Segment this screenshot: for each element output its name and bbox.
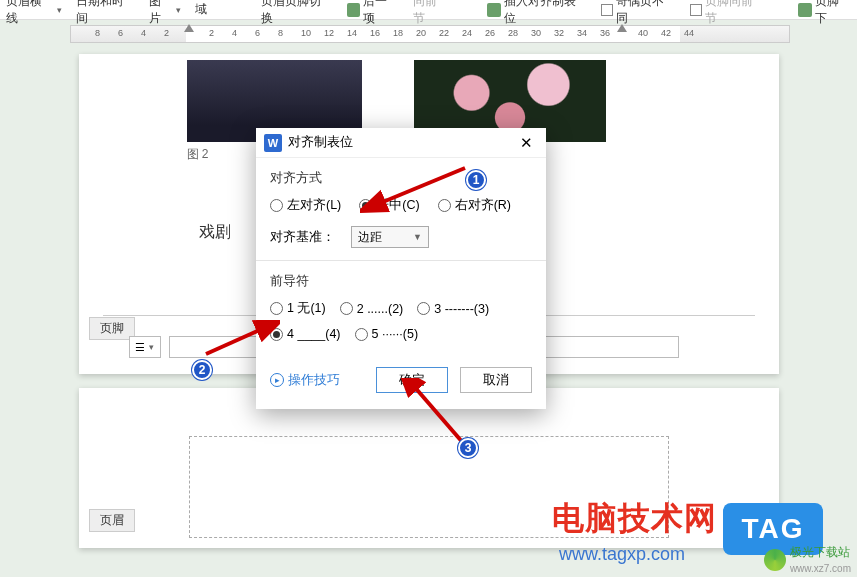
dropdown-value: 边距 bbox=[358, 229, 382, 246]
ruler-tick: 10 bbox=[301, 28, 311, 38]
footer-bottom-button[interactable]: 页脚下 bbox=[798, 0, 851, 27]
align-tab-dialog: W 对齐制表位 ✕ 对齐方式 左对齐(L) 居中(C) 右对齐(R) 对齐基准：… bbox=[256, 128, 546, 409]
chevron-down-icon: ▾ bbox=[176, 5, 181, 15]
label: 页脚同前节 bbox=[705, 0, 765, 27]
label: 奇偶页不同 bbox=[616, 0, 676, 27]
base-dropdown[interactable]: 边距▼ bbox=[351, 226, 429, 248]
picture-dropdown[interactable]: 图片▾ bbox=[149, 0, 181, 27]
ruler-tick: 30 bbox=[531, 28, 541, 38]
close-icon: ✕ bbox=[520, 134, 533, 152]
label: 页脚下 bbox=[815, 0, 851, 27]
radio-icon bbox=[438, 199, 451, 212]
radio-label: 右对齐(R) bbox=[455, 197, 511, 214]
ruler-tick: 4 bbox=[232, 28, 237, 38]
datetime-button[interactable]: 日期和时间 bbox=[76, 0, 136, 27]
horizontal-ruler[interactable]: 8 6 4 2 2 4 6 8 10 12 14 16 18 20 22 24 … bbox=[70, 25, 790, 43]
ruler-tick: 2 bbox=[209, 28, 214, 38]
label: 日期和时间 bbox=[76, 0, 136, 27]
leader-5-radio[interactable]: 5 ······(5) bbox=[355, 327, 419, 341]
label: 后一项 bbox=[363, 0, 399, 27]
radio-icon bbox=[359, 199, 372, 212]
footer-icon bbox=[798, 3, 812, 17]
ruler-tick: 6 bbox=[255, 28, 260, 38]
button-label: 取消 bbox=[483, 372, 509, 389]
radio-icon bbox=[270, 328, 283, 341]
radio-label: 5 ······(5) bbox=[372, 327, 419, 341]
label: 域 bbox=[195, 1, 207, 18]
radio-icon bbox=[270, 199, 283, 212]
site-logo-icon bbox=[764, 549, 786, 571]
divider bbox=[256, 260, 546, 261]
site-url: www.xz7.com bbox=[790, 563, 851, 574]
align-group-label: 对齐方式 bbox=[270, 170, 532, 187]
ruler-tick: 12 bbox=[324, 28, 334, 38]
radio-icon bbox=[355, 328, 368, 341]
label: 图片 bbox=[149, 0, 173, 27]
ruler-indent-marker[interactable] bbox=[184, 24, 194, 32]
label: 同前节 bbox=[413, 0, 449, 27]
align-right-radio[interactable]: 右对齐(R) bbox=[438, 197, 511, 214]
radio-label: 2 ......(2) bbox=[357, 302, 404, 316]
section-icon bbox=[347, 3, 361, 17]
watermark-download-site: 极光下载站www.xz7.com bbox=[764, 544, 851, 575]
checkbox-icon bbox=[601, 4, 613, 16]
label: 页眉页脚切换 bbox=[261, 0, 333, 27]
leader-row-2: 4 ____(4) 5 ······(5) bbox=[270, 327, 532, 341]
ruler-tick: 24 bbox=[462, 28, 472, 38]
header-label[interactable]: 页眉 bbox=[89, 509, 135, 532]
chevron-down-icon: ▾ bbox=[149, 342, 154, 352]
close-button[interactable]: ✕ bbox=[514, 131, 538, 155]
leader-4-radio[interactable]: 4 ____(4) bbox=[270, 327, 341, 341]
radio-label: 3 -------(3) bbox=[434, 302, 489, 316]
align-left-radio[interactable]: 左对齐(L) bbox=[270, 197, 341, 214]
ruler-tick: 14 bbox=[347, 28, 357, 38]
radio-icon bbox=[340, 302, 353, 315]
app-icon: W bbox=[264, 134, 282, 152]
play-icon: ▸ bbox=[270, 373, 284, 387]
ruler-tick: 34 bbox=[577, 28, 587, 38]
ruler-tick: 32 bbox=[554, 28, 564, 38]
label: 页眉横线 bbox=[6, 0, 54, 27]
cancel-button[interactable]: 取消 bbox=[460, 367, 532, 393]
checkbox-icon bbox=[690, 4, 702, 16]
header-line-dropdown[interactable]: 页眉横线▾ bbox=[6, 0, 62, 27]
align-base-row: 对齐基准： 边距▼ bbox=[270, 226, 532, 248]
combo-value: ☰ bbox=[135, 341, 145, 354]
ruler-tick: 36 bbox=[600, 28, 610, 38]
ruler-tick: 18 bbox=[393, 28, 403, 38]
ok-button[interactable]: 确定 bbox=[376, 367, 448, 393]
same-prev-button[interactable]: 同前节 bbox=[413, 0, 449, 27]
dialog-footer: ▸操作技巧 确定 取消 bbox=[256, 357, 546, 409]
body-text[interactable]: 戏剧 bbox=[199, 222, 231, 243]
footer-style-combo[interactable]: ☰▾ bbox=[129, 336, 161, 358]
ruler-indent-marker[interactable] bbox=[617, 24, 627, 32]
field-button[interactable]: 域 bbox=[195, 1, 207, 18]
ruler-tick: 4 bbox=[141, 28, 146, 38]
prev-section-button[interactable]: 后一项 bbox=[347, 0, 400, 27]
odd-even-diff-checkbox[interactable]: 奇偶页不同 bbox=[601, 0, 676, 27]
ruler-tick: 16 bbox=[370, 28, 380, 38]
ruler-tick: 2 bbox=[164, 28, 169, 38]
radio-icon bbox=[417, 302, 430, 315]
leader-group-label: 前导符 bbox=[270, 273, 532, 290]
align-center-radio[interactable]: 居中(C) bbox=[359, 197, 419, 214]
radio-icon bbox=[270, 302, 283, 315]
insert-tab-button[interactable]: 插入对齐制表位 bbox=[487, 0, 587, 27]
leader-3-radio[interactable]: 3 -------(3) bbox=[417, 302, 489, 316]
tips-link[interactable]: ▸操作技巧 bbox=[270, 372, 340, 389]
ruler-tick: 28 bbox=[508, 28, 518, 38]
base-label: 对齐基准： bbox=[270, 229, 335, 246]
label: 插入对齐制表位 bbox=[504, 0, 587, 27]
align-radio-row: 左对齐(L) 居中(C) 右对齐(R) bbox=[270, 197, 532, 214]
dialog-body: 对齐方式 左对齐(L) 居中(C) 右对齐(R) 对齐基准： 边距▼ 前导符 1… bbox=[256, 158, 546, 357]
ruler-tick: 20 bbox=[416, 28, 426, 38]
dialog-title: 对齐制表位 bbox=[288, 134, 353, 151]
dialog-titlebar[interactable]: W 对齐制表位 ✕ bbox=[256, 128, 546, 158]
leader-2-radio[interactable]: 2 ......(2) bbox=[340, 302, 404, 316]
site-name: 极光下载站 bbox=[790, 545, 850, 559]
ruler-tick: 44 bbox=[684, 28, 694, 38]
footer-same-prev-checkbox[interactable]: 页脚同前节 bbox=[690, 0, 765, 27]
header-footer-switch-button[interactable]: 页眉页脚切换 bbox=[261, 0, 333, 27]
annotation-badge-3: 3 bbox=[458, 438, 478, 458]
leader-1-radio[interactable]: 1 无(1) bbox=[270, 300, 326, 317]
